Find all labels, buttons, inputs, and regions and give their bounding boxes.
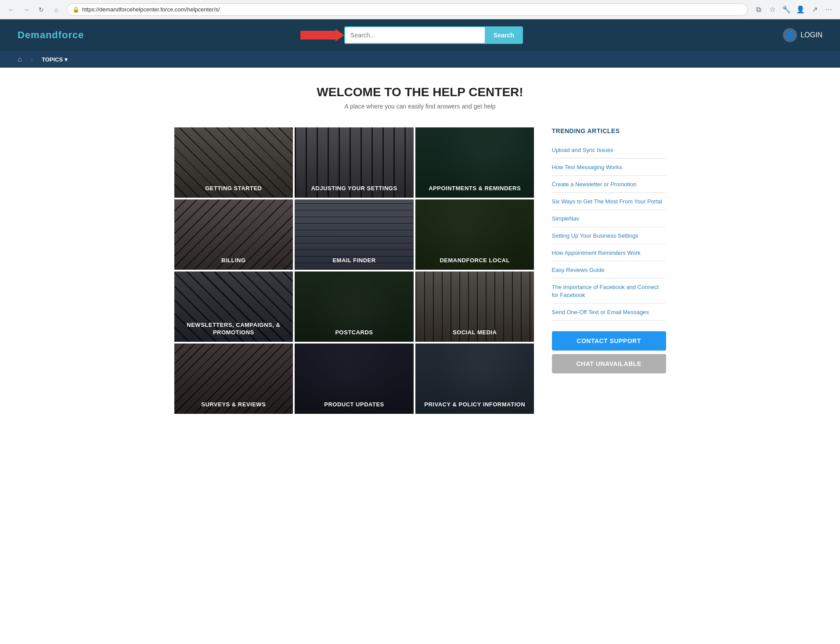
content-layout: GETTING STARTED ADJUSTING YOUR SETTINGS …	[174, 127, 666, 414]
category-tile-product-updates[interactable]: PRODUCT UPDATES	[295, 344, 414, 414]
tile-label: ADJUSTING YOUR SETTINGS	[300, 185, 408, 192]
sidebar: TRENDING ARTICLES Upload and Sync Issues…	[552, 127, 666, 373]
trending-link[interactable]: Send One-Off Text or Email Messages	[552, 309, 649, 315]
avatar-icon: 👤	[785, 30, 795, 40]
user-avatar: 👤	[783, 28, 797, 42]
trending-item[interactable]: SimpleNav	[552, 210, 666, 227]
trending-link[interactable]: Create a Newsletter or Promotion	[552, 181, 637, 188]
topics-chevron-icon: ▾	[65, 56, 68, 63]
nav-separator: ›	[31, 55, 33, 63]
welcome-title: WELCOME TO THE HELP CENTER!	[174, 85, 666, 99]
tile-label: SURVEYS & REVIEWS	[180, 401, 288, 409]
nav-bar: ⌂ › TOPICS ▾	[0, 51, 840, 68]
browser-actions: ⧉ ☆ 🔧 👤 ↗ ⋯	[752, 4, 835, 16]
tile-label: EMAIL FINDER	[300, 257, 408, 264]
trending-link[interactable]: How Text Messaging Works	[552, 164, 622, 170]
reload-button[interactable]: ↻	[35, 4, 47, 16]
trending-item[interactable]: Create a Newsletter or Promotion	[552, 176, 666, 193]
category-tile-appointments-reminders[interactable]: APPOINTMENTS & REMINDERS	[415, 127, 534, 198]
tile-label: PRIVACY & POLICY INFORMATION	[421, 401, 529, 409]
trending-item[interactable]: Upload and Sync Issues	[552, 141, 666, 159]
tab-button[interactable]: ⧉	[752, 4, 764, 16]
trending-link[interactable]: SimpleNav	[552, 215, 580, 222]
trending-link[interactable]: Six Ways to Get The Most From Your Porta…	[552, 198, 662, 205]
home-button[interactable]: ⌂	[50, 4, 62, 16]
main-content: WELCOME TO THE HELP CENTER! A place wher…	[157, 68, 684, 431]
welcome-section: WELCOME TO THE HELP CENTER! A place wher…	[174, 85, 666, 110]
tile-label: GETTING STARTED	[180, 185, 288, 192]
user-button[interactable]: 👤	[794, 4, 807, 16]
browser-chrome: ← → ↻ ⌂ 🔒 https://demandforcehelpcenter.…	[0, 0, 840, 19]
category-tile-surveys-reviews[interactable]: SURVEYS & REVIEWS	[174, 344, 293, 414]
trending-link[interactable]: Upload and Sync Issues	[552, 147, 613, 153]
trending-link[interactable]: How Appointment Reminders Work	[552, 250, 641, 256]
topics-label: TOPICS	[42, 56, 63, 63]
chat-unavailable-button: CHAT UNAVAILABLE	[552, 354, 666, 373]
tile-label: BILLING	[180, 257, 288, 264]
site-logo: Demandforce	[18, 29, 84, 41]
category-tile-billing[interactable]: BILLING	[174, 199, 293, 270]
trending-item[interactable]: Setting Up Your Business Settings	[552, 227, 666, 244]
login-button[interactable]: 👤 LOGIN	[783, 28, 822, 42]
contact-support-button[interactable]: CONTACT SUPPORT	[552, 331, 666, 351]
category-tile-postcards[interactable]: POSTCARDS	[295, 271, 414, 342]
trending-title: TRENDING ARTICLES	[552, 127, 666, 134]
category-tile-demandforce-local[interactable]: DEMANDFORCE LOCAL	[415, 199, 534, 270]
nav-home-icon[interactable]: ⌂	[18, 55, 22, 63]
search-button[interactable]: Search	[485, 26, 523, 44]
trending-item[interactable]: Send One-Off Text or Email Messages	[552, 304, 666, 321]
address-bar[interactable]: 🔒 https://demandforcehelpcenter.force.co…	[67, 4, 748, 16]
logo-force: force	[58, 29, 84, 40]
trending-item[interactable]: How Text Messaging Works	[552, 159, 666, 176]
category-tile-adjusting-settings[interactable]: ADJUSTING YOUR SETTINGS	[295, 127, 414, 198]
forward-button[interactable]: →	[20, 4, 32, 16]
category-tile-email-finder[interactable]: EMAIL FINDER	[295, 199, 414, 270]
arrow-body	[300, 31, 335, 40]
bookmark-button[interactable]: ☆	[766, 4, 779, 16]
tile-label: APPOINTMENTS & REMINDERS	[421, 185, 529, 192]
trending-item[interactable]: Easy Reviews Guide	[552, 261, 666, 279]
welcome-subtitle: A place where you can easily find answer…	[174, 103, 666, 110]
extensions-button[interactable]: 🔧	[780, 4, 793, 16]
back-button[interactable]: ←	[5, 4, 18, 16]
category-tile-social-media[interactable]: SOCIAL MEDIA	[415, 271, 534, 342]
tile-label: PRODUCT UPDATES	[300, 401, 408, 409]
nav-buttons: ← → ↻ ⌂	[5, 4, 62, 16]
nav-topics[interactable]: TOPICS ▾	[42, 56, 68, 63]
tile-label: SOCIAL MEDIA	[421, 329, 529, 336]
lock-icon: 🔒	[72, 6, 79, 13]
trending-item[interactable]: Six Ways to Get The Most From Your Porta…	[552, 193, 666, 210]
arrow-annotation	[300, 31, 335, 40]
trending-item[interactable]: The Importance of Facebook and Connect f…	[552, 279, 666, 304]
site-header: Demandforce Search 👤 LOGIN	[0, 19, 840, 51]
category-tile-privacy-policy[interactable]: PRIVACY & POLICY INFORMATION	[415, 344, 534, 414]
tile-label: NEWSLETTERS, CAMPAIGNS, & PROMOTIONS	[180, 322, 288, 336]
category-tile-newsletters[interactable]: NEWSLETTERS, CAMPAIGNS, & PROMOTIONS	[174, 271, 293, 342]
share-button[interactable]: ↗	[808, 4, 821, 16]
trending-link[interactable]: Setting Up Your Business Settings	[552, 232, 638, 239]
menu-button[interactable]: ⋯	[822, 4, 835, 16]
url-text: https://demandforcehelpcenter.force.com/…	[82, 6, 220, 13]
login-label: LOGIN	[800, 31, 822, 39]
tile-label: POSTCARDS	[300, 329, 408, 336]
logo-demand: Demand	[18, 29, 58, 40]
trending-item[interactable]: How Appointment Reminders Work	[552, 244, 666, 261]
trending-link[interactable]: The Importance of Facebook and Connect f…	[552, 284, 659, 298]
trending-list: Upload and Sync IssuesHow Text Messaging…	[552, 141, 666, 321]
category-tile-getting-started[interactable]: GETTING STARTED	[174, 127, 293, 198]
search-form: Search	[344, 26, 523, 44]
search-input[interactable]	[344, 26, 485, 44]
tile-label: DEMANDFORCE LOCAL	[421, 257, 529, 264]
trending-link[interactable]: Easy Reviews Guide	[552, 267, 605, 273]
category-grid: GETTING STARTED ADJUSTING YOUR SETTINGS …	[174, 127, 534, 414]
